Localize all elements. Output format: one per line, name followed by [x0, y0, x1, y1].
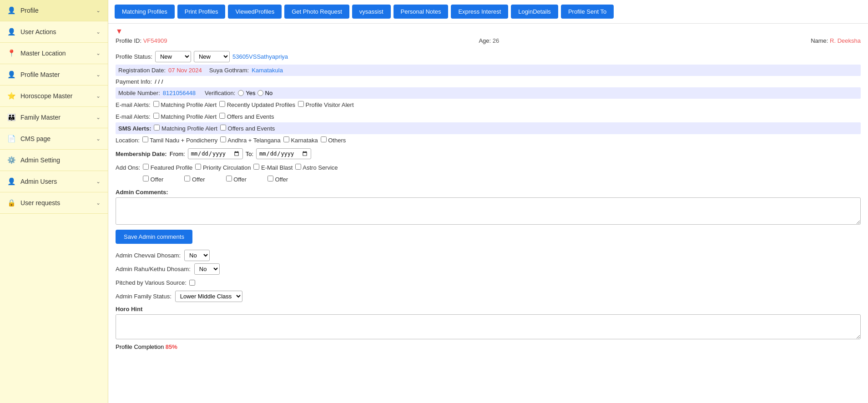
membership-from-date[interactable] [188, 148, 243, 159]
profile-master-icon: 👤 [7, 71, 16, 79]
verify-yes-radio[interactable] [238, 90, 244, 96]
status-select-1[interactable]: New Active Inactive [155, 51, 191, 62]
status-select-2[interactable]: New Active Inactive [194, 51, 230, 62]
sidebar-item-label-horoscope-master: Horoscope Master [20, 92, 72, 100]
horoscope-master-icon: ⭐ [7, 92, 16, 100]
sidebar-item-label-profile-master: Profile Master [20, 71, 60, 78]
email-alert-recently[interactable]: Recently Updated Profiles [219, 101, 295, 108]
chevron-icon-user-requests: ⌄ [96, 200, 101, 206]
sidebar-item-profile-master[interactable]: 👤 Profile Master ⌄ [0, 64, 108, 86]
sidebar: 👤 Profile ⌄ 👤 User Actions ⌄ 📍 Master Lo… [0, 0, 108, 403]
login-details-button[interactable]: LoginDetails [511, 5, 558, 19]
user-actions-icon: 👤 [7, 28, 16, 36]
chevron-icon-admin-users: ⌄ [96, 178, 101, 185]
addon-featured[interactable]: Featured Profile [143, 164, 192, 171]
sidebar-item-label-family-master: Family Master [20, 114, 61, 121]
addon-email-blast[interactable]: E-Mail Blast [253, 164, 293, 171]
email-alerts-1-row: E-mail Alerts: Matching Profile Alert Re… [116, 99, 861, 111]
profile-age: Age: 26 [479, 37, 499, 44]
offer-3[interactable]: Offer [226, 176, 247, 183]
offer-row: Offer Offer Offer Offer [116, 173, 861, 185]
location-ka[interactable]: Karnataka [283, 136, 318, 144]
chevron-icon-user-actions: ⌄ [96, 29, 101, 35]
sidebar-item-user-requests[interactable]: 🔒 User requests ⌄ [0, 192, 108, 214]
sidebar-item-admin-users[interactable]: 👤 Admin Users ⌄ [0, 171, 108, 192]
cms-page-icon: 📄 [7, 135, 16, 143]
sidebar-item-horoscope-master[interactable]: ⭐ Horoscope Master ⌄ [0, 86, 108, 107]
addon-astro[interactable]: Astro Service [295, 164, 338, 171]
mobile-row: Mobile Number: 8121056448 Verification: … [116, 87, 861, 99]
location-tn[interactable]: Tamil Nadu + Pondicherry [142, 136, 218, 144]
email-alert-offers[interactable]: Offers and Events [219, 113, 274, 120]
sidebar-item-label-admin-users: Admin Users [20, 178, 57, 185]
profile-icon: 👤 [7, 6, 16, 15]
mobile-number-link[interactable]: 8121056448 [163, 90, 196, 96]
sidebar-item-label-profile: Profile [20, 7, 39, 14]
profile-name: Name: R. Deeksha [811, 37, 861, 44]
matching-profiles-button[interactable]: Matching Profiles [115, 5, 175, 19]
viewed-profiles-button[interactable]: ViewedProfiles [228, 5, 282, 19]
top-bar: Matching ProfilesPrint ProfilesViewedPro… [108, 0, 868, 24]
verify-no-radio[interactable] [257, 90, 263, 96]
sidebar-item-cms-page[interactable]: 📄 CMS page ⌄ [0, 128, 108, 150]
email-alerts-2-row: E-mail Alerts: Matching Profile Alert Of… [116, 111, 861, 122]
horo-hint-label: Horo Hint [116, 306, 861, 312]
offer-2[interactable]: Offer [184, 176, 205, 183]
vysassist-button[interactable]: vysassist [352, 5, 391, 19]
save-admin-comments-button[interactable]: Save Admin comments [116, 230, 192, 244]
sidebar-item-family-master[interactable]: 👪 Family Master ⌄ [0, 107, 108, 128]
pitched-checkbox[interactable] [189, 280, 195, 286]
location-others[interactable]: Others [321, 136, 346, 144]
print-profiles-button[interactable]: Print Profiles [177, 5, 226, 19]
pitched-row: Pitched by Various Source: [116, 277, 861, 288]
email-alert-matching[interactable]: Matching Profile Alert [153, 101, 217, 108]
chevron-icon-horoscope-master: ⌄ [96, 93, 101, 99]
offer-4[interactable]: Offer [267, 176, 288, 183]
sidebar-item-profile[interactable]: 👤 Profile ⌄ [0, 0, 108, 21]
collapse-arrow[interactable]: ▼ [116, 27, 123, 35]
chevron-icon-profile: ⌄ [96, 7, 101, 14]
sidebar-item-user-actions[interactable]: 👤 User Actions ⌄ [0, 21, 108, 43]
sidebar-item-master-location[interactable]: 📍 Master Location ⌄ [0, 43, 108, 64]
verification-group: Yes No [238, 90, 273, 96]
admin-rahu-select[interactable]: No Yes [194, 263, 220, 275]
admin-setting-icon: ⚙️ [7, 156, 16, 164]
sidebar-item-label-admin-setting: Admin Setting [20, 156, 60, 164]
profile-sent-to-button[interactable]: Profile Sent To [561, 5, 614, 19]
content-area: ▼ Profile ID: VF54909 Age: 26 Name: R. D… [108, 24, 868, 403]
personal-notes-button[interactable]: Personal Notes [394, 5, 449, 19]
payment-row: Payment Info: / / / [116, 76, 861, 87]
express-interest-button[interactable]: Express Interest [451, 5, 508, 19]
registration-row: Registration Date: 07 Nov 2024 Suya Goth… [116, 65, 861, 76]
admin-rahu-row: Admin Rahu/Kethu Dhosam: No Yes [116, 263, 861, 275]
admin-users-icon: 👤 [7, 177, 16, 186]
admin-family-select[interactable]: Lower Middle Class Middle Class Upper Mi… [175, 291, 242, 302]
sms-alert-offers[interactable]: Offers and Events [220, 125, 275, 132]
master-location-icon: 📍 [7, 49, 16, 57]
addon-priority[interactable]: Priority Circulation [195, 164, 251, 171]
get-photo-request-button[interactable]: Get Photo Request [284, 5, 349, 19]
profile-info-bar: Profile ID: VF54909 Age: 26 Name: R. Dee… [116, 37, 861, 44]
sidebar-item-admin-setting[interactable]: ⚙️ Admin Setting [0, 150, 108, 171]
admin-family-row: Admin Family Status: Lower Middle Class … [116, 291, 861, 302]
horo-hint-textarea[interactable] [116, 314, 861, 339]
admin-comments-textarea[interactable] [116, 197, 861, 225]
completion-percentage: 85% [166, 343, 177, 350]
admin-chevvai-select[interactable]: No Yes [184, 250, 210, 261]
user-requests-icon: 🔒 [7, 199, 16, 207]
location-ap[interactable]: Andhra + Telangana [220, 136, 280, 144]
sidebar-item-label-cms-page: CMS page [20, 135, 50, 142]
family-master-icon: 👪 [7, 113, 16, 121]
status-label: Profile Status: [116, 53, 152, 60]
email-alert-visitor[interactable]: Profile Visitor Alert [298, 101, 354, 108]
offer-1[interactable]: Offer [143, 176, 163, 183]
admin-chevvai-row: Admin Chevvai Dhosam: No Yes [116, 250, 861, 261]
chevron-icon-master-location: ⌄ [96, 50, 101, 56]
profile-id: Profile ID: VF54909 [116, 37, 167, 44]
email-alert-matching-2[interactable]: Matching Profile Alert [153, 113, 217, 120]
location-row: Location: Tamil Nadu + Pondicherry Andhr… [116, 134, 861, 146]
profile-completion-row: Profile Completion 85% [116, 343, 861, 350]
username-link[interactable]: 53605VSSathyapriya [232, 53, 288, 60]
membership-to-date[interactable] [256, 148, 311, 159]
sms-alert-matching[interactable]: Matching Profile Alert [154, 125, 217, 132]
